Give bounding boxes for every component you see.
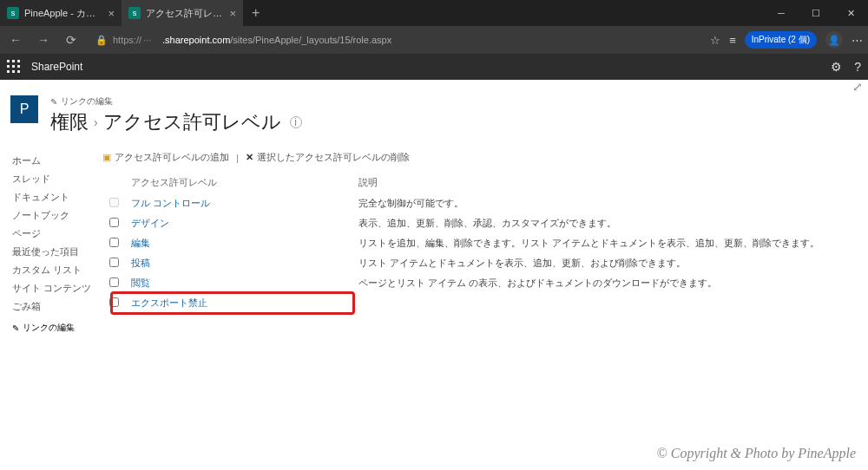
back-button[interactable]: ← [5, 29, 26, 50]
site-logo[interactable]: P [10, 95, 38, 123]
forward-button[interactable]: → [33, 29, 54, 50]
address-bar[interactable]: 🔒 https:// ··· .sharepoint.com /sites/Pi… [89, 29, 703, 50]
close-icon[interactable]: × [108, 7, 115, 20]
browser-tab-1[interactable]: s アクセス許可レベル × [122, 0, 243, 26]
table-row: 編集リストを追加、編集、削除できます。リスト アイテムとドキュメントを表示、追加… [104, 234, 849, 252]
row-checkbox[interactable] [109, 198, 119, 207]
close-icon[interactable]: × [229, 7, 236, 20]
browser-tab-0[interactable]: s PineApple - カスタム リスト - すべて × [0, 0, 122, 26]
page-title: 権限 › アクセス許可レベル i [50, 109, 302, 135]
window-controls: ─ ☐ ✕ [764, 0, 868, 26]
close-window-button[interactable]: ✕ [833, 0, 868, 26]
table-row: デザイン表示、追加、更新、削除、承認、カスタマイズができます。 [104, 214, 849, 232]
watermark-text: © Copyright & Photo by PineApple [657, 446, 856, 461]
tab-title: PineApple - カスタム リスト - すべて [24, 7, 102, 20]
row-checkbox[interactable] [109, 297, 119, 307]
quick-launch-nav: ホーム スレッド ドキュメント ノートブック ページ 最近使った項目 カスタム … [0, 144, 95, 334]
nav-item[interactable]: 最近使った項目 [12, 245, 95, 258]
delete-icon: ✕ [246, 152, 253, 163]
permission-level-link[interactable]: エクスポート禁止 [131, 297, 207, 308]
table-row: 閲覧ページとリスト アイテム の表示、およびドキュメントのダウンロードができます… [104, 274, 849, 292]
delete-permission-level-link[interactable]: 選択したアクセス許可レベルの削除 [257, 151, 410, 164]
suite-product-name[interactable]: SharePoint [31, 61, 82, 73]
permission-description: ページとリスト アイテム の表示、およびドキュメントのダウンロードができます。 [353, 274, 849, 292]
breadcrumb-current: アクセス許可レベル [103, 109, 281, 135]
row-checkbox[interactable] [109, 218, 119, 227]
pencil-icon: ✎ [12, 323, 19, 333]
nav-item[interactable]: ノートブック [12, 209, 95, 222]
url-scheme: https:// [113, 35, 141, 45]
app-launcher-icon[interactable] [7, 60, 21, 74]
help-icon[interactable]: ? [854, 60, 861, 74]
add-icon: ▣ [102, 152, 111, 163]
main-pane: ▣ アクセス許可レベルの追加 | ✕ 選択したアクセス許可レベルの削除 アクセス… [95, 144, 868, 334]
url-path: /sites/PineApple/_layouts/15/role.aspx [230, 35, 391, 45]
permission-description: リストを追加、編集、削除できます。リスト アイテムとドキュメントを表示、追加、更… [353, 234, 849, 252]
inprivate-badge[interactable]: InPrivate (2 個) [745, 31, 817, 49]
nav-item[interactable]: ドキュメント [12, 191, 95, 204]
row-checkbox[interactable] [109, 238, 119, 247]
permission-level-link[interactable]: 閲覧 [131, 277, 150, 288]
lock-icon: 🔒 [95, 35, 108, 46]
permission-levels-table: アクセス許可レベル 説明 フル コントロール完全な制御が可能です。デザイン表示、… [102, 171, 851, 314]
row-checkbox[interactable] [109, 277, 119, 287]
minimize-button[interactable]: ─ [764, 0, 799, 26]
row-checkbox[interactable] [109, 258, 119, 267]
nav-item[interactable]: スレッド [12, 173, 95, 186]
favorite-icon[interactable]: ☆ [710, 34, 720, 47]
favorites-bar-icon[interactable]: ≡ [729, 34, 736, 47]
maximize-button[interactable]: ☐ [799, 0, 833, 26]
nav-item[interactable]: ホーム [12, 154, 95, 167]
permission-description: リスト アイテムとドキュメントを表示、追加、更新、および削除できます。 [353, 254, 849, 272]
focus-content-icon[interactable]: ⤢ [852, 80, 863, 94]
breadcrumb-separator-icon: › [94, 115, 98, 129]
browser-toolbar: ← → ⟳ 🔒 https:// ··· .sharepoint.com /si… [0, 26, 868, 54]
more-icon[interactable]: ⋯ [852, 34, 863, 47]
tab-title: アクセス許可レベル [146, 7, 224, 20]
col-header-name: アクセス許可レベル [126, 173, 352, 193]
permission-level-link[interactable]: デザイン [131, 218, 169, 228]
table-row: 投稿リスト アイテムとドキュメントを表示、追加、更新、および削除できます。 [104, 254, 849, 272]
url-host: .sharepoint.com [162, 35, 230, 45]
reload-button[interactable]: ⟳ [61, 29, 82, 50]
permission-level-link[interactable]: フル コントロール [131, 198, 210, 208]
add-permission-level-link[interactable]: アクセス許可レベルの追加 [115, 151, 229, 164]
nav-item[interactable]: ページ [12, 227, 95, 240]
permission-level-link[interactable]: 編集 [131, 238, 150, 248]
permission-description [353, 294, 849, 312]
o365-suite-bar: SharePoint ⚙ ? [0, 54, 868, 80]
table-row: フル コントロール完全な制御が可能です。 [104, 194, 849, 212]
profile-avatar-icon[interactable]: 👤 [825, 31, 843, 49]
permission-description: 完全な制御が可能です。 [353, 194, 849, 212]
edit-top-links[interactable]: ✎ リンクの編集 [50, 95, 302, 108]
nav-item[interactable]: ごみ箱 [12, 300, 95, 313]
window-titlebar: s PineApple - カスタム リスト - すべて × s アクセス許可レ… [0, 0, 868, 26]
permission-description: 表示、追加、更新、削除、承認、カスタマイズができます。 [353, 214, 849, 232]
permission-toolbar: ▣ アクセス許可レベルの追加 | ✕ 選択したアクセス許可レベルの削除 [102, 151, 851, 164]
table-row: エクスポート禁止 [104, 294, 849, 312]
nav-item[interactable]: カスタム リスト [12, 264, 95, 277]
new-tab-button[interactable]: + [243, 5, 268, 21]
favicon-icon: s [7, 7, 19, 19]
favicon-icon: s [128, 7, 141, 19]
page-content: ⤢ P ✎ リンクの編集 権限 › アクセス許可レベル i ホーム スレッド ド… [0, 80, 868, 470]
settings-gear-icon[interactable]: ⚙ [831, 60, 842, 74]
col-header-desc: 説明 [353, 173, 849, 193]
info-icon[interactable]: i [290, 116, 302, 128]
breadcrumb-root[interactable]: 権限 [50, 109, 89, 135]
pencil-icon: ✎ [50, 97, 57, 107]
permission-level-link[interactable]: 投稿 [131, 258, 150, 268]
edit-nav-links[interactable]: ✎ リンクの編集 [12, 322, 95, 334]
nav-item[interactable]: サイト コンテンツ [12, 282, 95, 295]
